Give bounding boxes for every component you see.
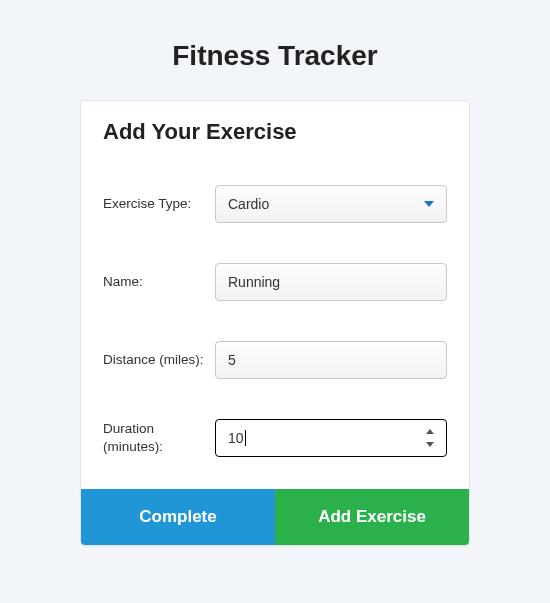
field-row-name: Name: Running (103, 263, 447, 301)
page-title: Fitness Tracker (0, 0, 550, 100)
name-label: Name: (103, 273, 215, 291)
text-cursor-icon (245, 430, 246, 446)
exercise-type-value: Cardio (228, 196, 269, 212)
duration-input[interactable]: 10 (215, 419, 447, 457)
card-header: Add Your Exercise (81, 101, 469, 155)
button-row: Complete Add Exercise (81, 489, 469, 545)
field-row-duration: Duration (minutes): 10 (103, 419, 447, 457)
field-row-distance: Distance (miles): 5 (103, 341, 447, 379)
exercise-type-label: Exercise Type: (103, 195, 215, 213)
name-value: Running (228, 274, 280, 290)
card-body: Exercise Type: Cardio Name: Running Dist… (81, 155, 469, 489)
distance-label: Distance (miles): (103, 351, 215, 369)
add-exercise-card: Add Your Exercise Exercise Type: Cardio … (80, 100, 470, 546)
distance-input[interactable]: 5 (215, 341, 447, 379)
number-stepper-icon[interactable] (426, 429, 436, 447)
duration-label: Duration (minutes): (103, 420, 215, 455)
complete-button[interactable]: Complete (81, 489, 275, 545)
name-input[interactable]: Running (215, 263, 447, 301)
add-exercise-button[interactable]: Add Exercise (275, 489, 469, 545)
chevron-down-icon (424, 201, 434, 207)
exercise-type-select[interactable]: Cardio (215, 185, 447, 223)
distance-value: 5 (228, 352, 236, 368)
duration-value: 10 (228, 430, 244, 446)
field-row-type: Exercise Type: Cardio (103, 185, 447, 223)
